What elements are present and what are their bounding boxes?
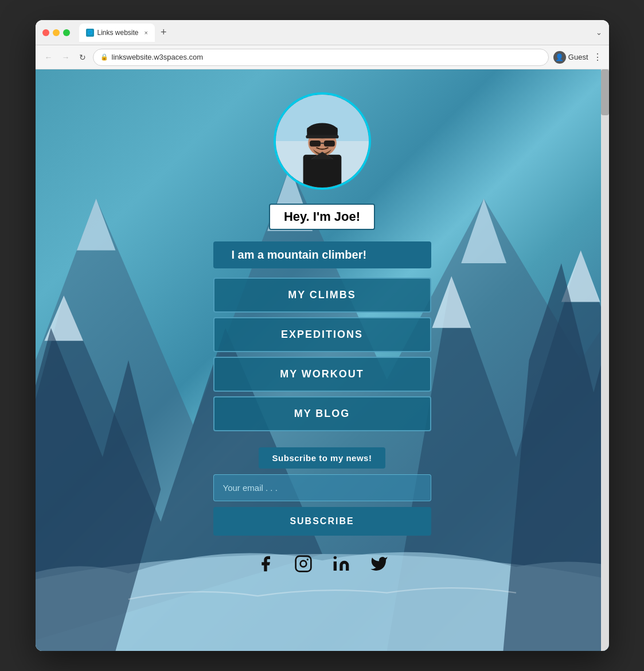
tab-favicon: 🌐 [86, 29, 94, 37]
social-bar [255, 553, 390, 575]
linkedin-icon[interactable] [330, 553, 352, 575]
subtitle-box: I am a mountain climber! [213, 241, 431, 268]
scroll-thumb[interactable] [601, 69, 609, 115]
svg-point-26 [300, 561, 306, 567]
svg-rect-23 [323, 141, 334, 146]
svg-marker-7 [432, 276, 471, 328]
account-button[interactable]: 👤 Guest [553, 51, 588, 64]
subtitle-text: I am a mountain climber! [232, 248, 367, 261]
subscribe-button[interactable]: SUBSCRIBE [213, 507, 431, 536]
content-wrapper: Hey. I'm Joe! I am a mountain climber! M… [208, 92, 437, 575]
instagram-icon[interactable] [292, 553, 314, 575]
avatar-image [276, 95, 369, 188]
browser-toolbar: ← → ↻ 🔒 linkswebsite.w3spaces.com 👤 Gues… [36, 45, 609, 69]
tab-bar: 🌐 Links website × + ⌄ [79, 24, 602, 42]
name-tag-text: Hey. I'm Joe! [284, 209, 360, 224]
account-label: Guest [568, 53, 588, 61]
active-tab[interactable]: 🌐 Links website × [79, 24, 155, 42]
svg-marker-10 [36, 328, 161, 651]
svg-rect-28 [333, 561, 336, 571]
facebook-icon[interactable] [255, 553, 276, 575]
expeditions-button[interactable]: EXPEDITIONS [213, 317, 431, 352]
tab-title: Links website [97, 29, 139, 37]
svg-marker-1 [76, 198, 115, 250]
website-content: Hey. I'm Joe! I am a mountain climber! M… [36, 69, 609, 651]
email-input[interactable] [213, 474, 431, 501]
account-icon: 👤 [553, 51, 566, 64]
tab-close-button[interactable]: × [145, 29, 148, 36]
traffic-lights [42, 29, 70, 36]
svg-marker-8 [561, 250, 600, 302]
subscribe-section: Subscribe to my news! SUBSCRIBE [213, 447, 431, 536]
tab-options-button[interactable]: ⌄ [596, 28, 602, 37]
svg-rect-25 [295, 556, 311, 572]
address-bar[interactable]: 🔒 linkswebsite.w3spaces.com [93, 49, 549, 66]
new-tab-button[interactable]: + [157, 26, 170, 38]
subscribe-title-button[interactable]: Subscribe to my news! [259, 447, 386, 469]
browser-window: 🌐 Links website × + ⌄ ← → ↻ 🔒 linkswebsi… [36, 20, 609, 651]
svg-point-29 [333, 556, 336, 559]
svg-marker-11 [503, 263, 609, 651]
lock-icon: 🔒 [100, 53, 108, 61]
name-tag: Hey. I'm Joe! [269, 204, 375, 230]
avatar-container [274, 92, 371, 190]
maximize-traffic-light[interactable] [63, 29, 70, 36]
climbs-button[interactable]: MY CLIMBS [213, 278, 431, 313]
svg-rect-22 [310, 141, 321, 146]
svg-point-27 [306, 559, 308, 560]
blog-button[interactable]: MY BLOG [213, 396, 431, 431]
close-traffic-light[interactable] [42, 29, 49, 36]
forward-button[interactable]: → [60, 50, 72, 64]
reload-button[interactable]: ↻ [77, 50, 88, 64]
svg-marker-5 [44, 295, 83, 341]
workout-button[interactable]: MY WORKOUT [213, 357, 431, 392]
svg-marker-3 [461, 198, 506, 263]
twitter-icon[interactable] [368, 553, 390, 575]
svg-rect-16 [303, 155, 341, 188]
svg-rect-21 [306, 135, 338, 139]
minimize-traffic-light[interactable] [53, 29, 60, 36]
toolbar-right: 👤 Guest ⋮ [553, 51, 602, 64]
scrollbar[interactable] [601, 69, 609, 651]
more-options-button[interactable]: ⋮ [593, 52, 602, 63]
back-button[interactable]: ← [42, 50, 55, 64]
browser-titlebar: 🌐 Links website × + ⌄ [36, 20, 609, 45]
url-display: linkswebsite.w3spaces.com [112, 53, 541, 61]
